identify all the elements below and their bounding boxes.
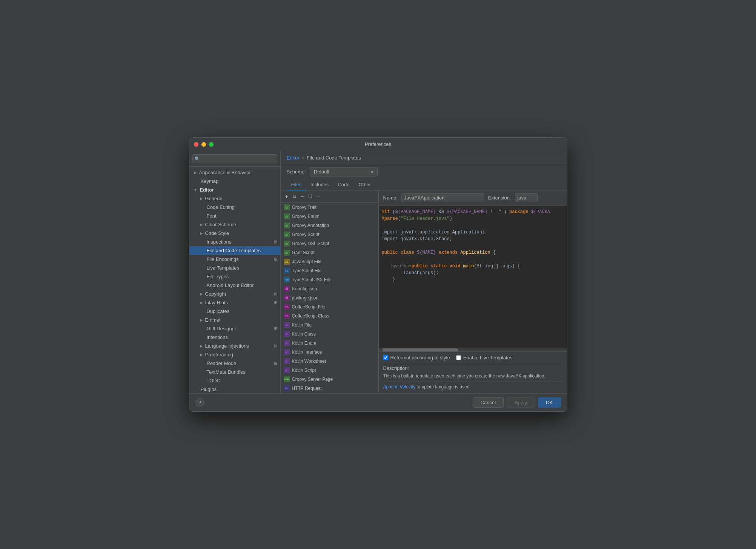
- live-templates-checkbox[interactable]: [456, 355, 461, 360]
- sidebar-item-file-types[interactable]: File Types: [189, 272, 280, 281]
- list-item[interactable]: G Groovy Script: [281, 230, 378, 239]
- sidebar-item-copyright[interactable]: ▶ Copyright ⊞: [189, 290, 280, 298]
- sidebar-item-label: Proofreading: [205, 352, 233, 357]
- tab-code[interactable]: Code: [333, 179, 354, 190]
- sidebar-item-editor[interactable]: ▼ Editor: [189, 186, 280, 194]
- file-item-label: TypeScript JSX File: [292, 277, 332, 282]
- sidebar-item-live-templates[interactable]: Live Templates: [189, 264, 280, 272]
- list-item[interactable]: K Kotlin File: [281, 321, 378, 330]
- sidebar-item-font[interactable]: Font: [189, 212, 280, 220]
- extension-input[interactable]: [515, 193, 538, 202]
- list-item[interactable]: TS TypeScript File: [281, 266, 378, 275]
- list-item[interactable]: CS CoffeeScript File: [281, 302, 378, 311]
- tab-includes[interactable]: Includes: [306, 179, 333, 190]
- file-item-label: CoffeeScript Class: [292, 313, 329, 319]
- sidebar-item-label: Copyright: [205, 291, 226, 297]
- sidebar-item-inspections[interactable]: Inspections ⊞: [189, 238, 280, 246]
- chevron-right-icon: ▶: [200, 222, 203, 227]
- list-item[interactable]: API HTTP Request: [281, 384, 378, 393]
- list-item[interactable]: K Kotlin Class: [281, 330, 378, 339]
- sidebar-item-reader-mode[interactable]: Reader Mode ⊞: [189, 359, 280, 368]
- list-item[interactable]: K Kotlin Worksheet: [281, 357, 378, 366]
- name-input[interactable]: [401, 193, 484, 202]
- list-item[interactable]: CS CoffeeScript Class: [281, 311, 378, 321]
- list-item[interactable]: G Gant Script: [281, 248, 378, 257]
- list-item[interactable]: K Kotlin Script: [281, 366, 378, 375]
- sidebar-item-label: Android Layout Editor: [207, 282, 254, 288]
- sidebar-item-code-editing[interactable]: Code Editing: [189, 203, 280, 212]
- sidebar-item-label: TODO: [207, 378, 221, 383]
- duplicate-template-button[interactable]: ❏: [307, 193, 314, 200]
- sidebar-item-label: GUI Designer: [207, 326, 237, 331]
- live-templates-checkbox-label[interactable]: Enable Live Templates: [456, 355, 513, 360]
- velocity-suffix: template language is used: [415, 384, 469, 390]
- sidebar-item-textmate[interactable]: TextMate Bundles: [189, 368, 280, 376]
- sidebar-item-plugins[interactable]: Plugins: [189, 385, 280, 393]
- list-item[interactable]: G Groovy Enum: [281, 212, 378, 221]
- file-item-label: Kotlin Enum: [292, 340, 317, 346]
- sidebar-item-android-layout[interactable]: Android Layout Editor: [189, 281, 280, 290]
- sidebar-item-label: Intentions: [207, 334, 228, 340]
- list-item[interactable]: JS JavaScript File: [281, 257, 378, 266]
- sidebar-item-file-encodings[interactable]: File Encodings ⊞: [189, 255, 280, 264]
- sidebar-item-gui-designer[interactable]: GUI Designer ⊞: [189, 324, 280, 333]
- sidebar-item-label: File Types: [207, 274, 229, 279]
- remove-template-button[interactable]: −: [299, 193, 305, 200]
- cancel-button[interactable]: Cancel: [473, 397, 504, 408]
- list-item[interactable]: ⚙ tsconfig.json: [281, 284, 378, 293]
- list-item[interactable]: G Groovy Annotation: [281, 221, 378, 230]
- scheme-select[interactable]: Default Project: [310, 167, 378, 176]
- sidebar-item-label: Appearance & Behavior: [199, 170, 251, 175]
- checkbox-row: Reformat according to style Enable Live …: [383, 355, 562, 360]
- sidebar-item-appearance[interactable]: ▶ Appearance & Behavior: [189, 168, 280, 177]
- apply-button[interactable]: Apply: [507, 397, 535, 408]
- reformat-checkbox[interactable]: [383, 355, 388, 360]
- sidebar-item-intentions[interactable]: Intentions: [189, 333, 280, 342]
- ok-button[interactable]: OK: [538, 397, 561, 408]
- file-icon: API: [284, 385, 290, 391]
- minimize-button[interactable]: [201, 142, 206, 147]
- sidebar-item-general[interactable]: ▶ General: [189, 194, 280, 203]
- horizontal-scrollbar[interactable]: [379, 348, 567, 351]
- search-input[interactable]: [192, 154, 277, 163]
- file-icon: TS: [284, 268, 290, 274]
- list-item[interactable]: GSP Groovy Server Page: [281, 375, 378, 384]
- tab-files[interactable]: Files: [287, 179, 306, 190]
- file-icon: G: [284, 250, 290, 256]
- list-item[interactable]: TSX TypeScript JSX File: [281, 275, 378, 284]
- list-item[interactable]: K Kotlin Enum: [281, 339, 378, 348]
- reformat-checkbox-label[interactable]: Reformat according to style: [383, 355, 450, 360]
- copy-template-button[interactable]: ⧉: [291, 193, 298, 200]
- sidebar-item-duplicates[interactable]: Duplicates: [189, 307, 280, 316]
- close-button[interactable]: [194, 142, 198, 147]
- help-button[interactable]: ?: [195, 398, 204, 407]
- code-line: public class ${NAME} extends Application…: [382, 249, 564, 256]
- add-template-button[interactable]: +: [284, 193, 290, 200]
- sidebar-item-keymap[interactable]: Keymap: [189, 177, 280, 186]
- list-item[interactable]: G Groovy Trait: [281, 203, 378, 212]
- maximize-button[interactable]: [209, 142, 214, 147]
- sidebar-item-color-scheme[interactable]: ▶ Color Scheme: [189, 220, 280, 229]
- sidebar-item-label: Code Style: [205, 230, 229, 236]
- sidebar-item-proofreading[interactable]: ▶ Proofreading: [189, 350, 280, 359]
- sidebar-item-code-style[interactable]: ▶ Code Style: [189, 229, 280, 238]
- name-ext-row: Name: Extension:: [379, 190, 567, 205]
- sidebar-item-emmet[interactable]: ▶ Emmet: [189, 316, 280, 324]
- settings-icon: ⊞: [274, 326, 277, 331]
- code-editor[interactable]: #if (${PACKAGE_NAME} && ${PACKAGE_NAME} …: [379, 205, 567, 348]
- reset-template-button[interactable]: ↩: [315, 193, 322, 200]
- list-item[interactable]: G Groovy DSL Script: [281, 239, 378, 248]
- breadcrumb-parent[interactable]: Editor: [287, 155, 300, 161]
- sidebar-item-todo[interactable]: TODO: [189, 376, 280, 385]
- sidebar-item-language-injections[interactable]: ▶ Language Injections ⊞: [189, 342, 280, 350]
- sidebar-item-file-code-templates[interactable]: File and Code Templates: [189, 246, 280, 255]
- list-item[interactable]: ⚙ package.json: [281, 293, 378, 302]
- scheme-label: Scheme:: [287, 169, 306, 175]
- file-icon: CS: [284, 313, 290, 319]
- list-item[interactable]: K Kotlin Interface: [281, 348, 378, 357]
- sidebar-item-inlay-hints[interactable]: ▶ Inlay Hints ⊞: [189, 298, 280, 307]
- settings-icon: ⊞: [274, 257, 277, 262]
- tab-other[interactable]: Other: [354, 179, 375, 190]
- code-line: javatiku⌁public static void main(String[…: [382, 263, 564, 270]
- apache-velocity-link[interactable]: Apache Velocity: [383, 384, 415, 390]
